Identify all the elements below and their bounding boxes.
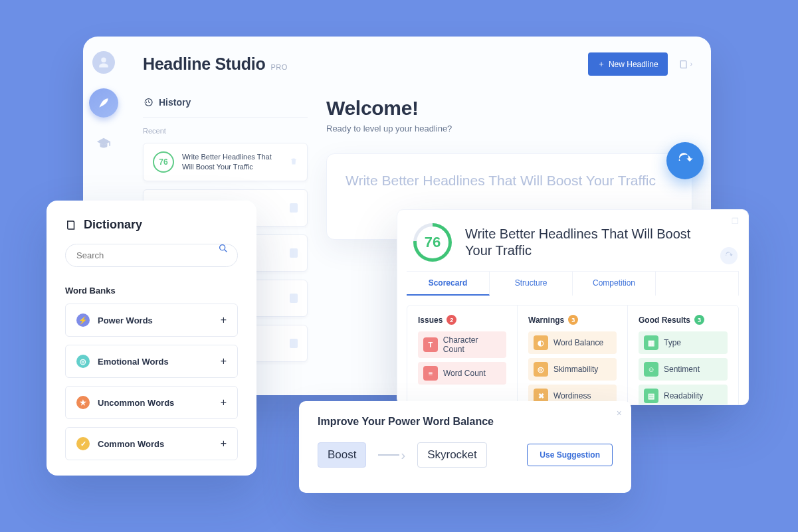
tab-competition[interactable]: Competition (573, 272, 656, 296)
app-title-text: Headline Studio (143, 54, 265, 74)
issues-count: 2 (447, 315, 456, 325)
target-icon: ◎ (76, 355, 90, 368)
issue-character-count[interactable]: TCharacter Count (418, 331, 506, 358)
app-title: Headline Studio PRO (143, 54, 288, 74)
tab-empty (656, 272, 739, 296)
issues-column: Issues2 TCharacter Count ≡Word Count (407, 306, 518, 405)
readability-icon: ▤ (644, 389, 658, 403)
warnings-label: Warnings (528, 315, 564, 325)
warning-word-balance[interactable]: ◐Word Balance (528, 331, 617, 354)
plus-icon[interactable]: + (221, 355, 227, 367)
history-item-title: Write Better Headlines That Will Boost Y… (182, 152, 282, 172)
pro-badge: PRO (270, 63, 287, 71)
new-headline-label: New Headline (609, 60, 658, 69)
plus-icon[interactable]: + (221, 314, 227, 326)
warnings-column: Warnings3 ◐Word Balance ◎Skimmability ✖W… (518, 306, 628, 405)
good-column: Good Results3 ▦Type ☺Sentiment ▤Readabil… (628, 306, 738, 405)
dictionary-search-input[interactable] (65, 244, 238, 267)
dictionary-panel: Dictionary Word Banks ⚡Power Words + ◎Em… (47, 201, 256, 476)
good-readability[interactable]: ▤Readability (639, 385, 728, 405)
suggestion-title: Improve Your Power Word Balance (318, 416, 613, 428)
docs-icon[interactable]: › (678, 59, 692, 70)
feather-icon[interactable] (89, 88, 118, 118)
wordcount-icon: ≡ (423, 366, 438, 381)
scorecard-tabs: Scorecard Structure Competition (407, 271, 739, 296)
tab-structure[interactable]: Structure (490, 272, 573, 296)
welcome-subtitle: Ready to level up your headline? (326, 124, 692, 133)
plus-icon[interactable]: + (221, 397, 227, 408)
copy-icon[interactable]: ❐ (732, 217, 739, 226)
warnings-count: 3 (568, 315, 578, 325)
svg-point-0 (220, 244, 225, 250)
good-sentiment[interactable]: ☺Sentiment (639, 358, 728, 381)
book-icon (65, 219, 77, 231)
good-count: 3 (694, 315, 704, 325)
search-icon[interactable] (218, 243, 229, 256)
headline-editor-text: Write Better Headlines That Will Boost Y… (346, 171, 673, 190)
plus-icon[interactable]: + (221, 438, 227, 450)
word-bank-common[interactable]: ✓Common Words + (65, 427, 238, 460)
good-label: Good Results (639, 315, 690, 325)
type-icon: ▦ (644, 335, 658, 350)
app-header: Headline Studio PRO ＋ New Headline › (143, 52, 692, 76)
scorecard-headline: Write Better Headlines That Will Boost Y… (465, 226, 691, 259)
welcome-block: Welcome! Ready to level up your headline… (326, 97, 692, 133)
scorecard-panel: 76 Write Better Headlines That Will Boos… (397, 209, 749, 405)
suggestion-to-word: Skyrocket (417, 442, 487, 468)
issues-label: Issues (418, 315, 443, 325)
graduation-icon[interactable] (92, 132, 115, 155)
word-bank-power[interactable]: ⚡Power Words + (65, 304, 238, 337)
word-bank-emotional[interactable]: ◎Emotional Words + (65, 345, 238, 378)
check-icon: ✓ (76, 437, 90, 450)
history-label: History (159, 97, 191, 108)
close-icon[interactable]: × (617, 408, 622, 418)
arrow-right-icon: › (378, 448, 405, 463)
refresh-icon[interactable] (720, 247, 738, 264)
plus-icon: ＋ (597, 58, 605, 70)
history-header: History (143, 97, 308, 118)
history-icon (143, 97, 153, 108)
score-circle: 76 (413, 223, 452, 262)
suggestion-card: × Improve Your Power Word Balance Boost … (299, 401, 631, 493)
avatar-icon[interactable] (92, 51, 115, 74)
word-banks-label: Word Banks (65, 286, 238, 296)
issue-word-count[interactable]: ≡Word Count (418, 362, 506, 385)
word-bank-uncommon[interactable]: ★Uncommon Words + (65, 386, 238, 419)
history-item[interactable]: 76 Write Better Headlines That Will Boos… (143, 143, 308, 181)
trash-icon[interactable] (290, 157, 298, 168)
scorecard-grid: Issues2 TCharacter Count ≡Word Count War… (407, 305, 739, 405)
analyze-button[interactable] (666, 142, 704, 179)
dictionary-header: Dictionary (65, 218, 238, 232)
bolt-icon: ⚡ (76, 313, 90, 327)
welcome-title: Welcome! (326, 97, 692, 120)
recent-label: Recent (143, 127, 308, 135)
good-type[interactable]: ▦Type (639, 331, 728, 354)
star-icon: ★ (76, 396, 90, 409)
new-headline-button[interactable]: ＋ New Headline (588, 52, 668, 76)
character-icon: T (423, 337, 438, 352)
balance-icon: ◐ (534, 335, 548, 350)
sentiment-icon: ☺ (644, 362, 658, 377)
scorecard-header: 76 Write Better Headlines That Will Boos… (397, 210, 748, 271)
warning-skimmability[interactable]: ◎Skimmability (528, 358, 617, 381)
dictionary-title: Dictionary (84, 218, 142, 232)
chevron-right-icon: › (690, 60, 692, 68)
suggestion-from-word: Boost (318, 442, 366, 468)
skim-icon: ◎ (534, 362, 548, 377)
tab-scorecard[interactable]: Scorecard (407, 272, 490, 296)
use-suggestion-button[interactable]: Use Suggestion (527, 444, 613, 466)
score-value: 76 (417, 226, 449, 258)
history-score: 76 (153, 151, 174, 173)
